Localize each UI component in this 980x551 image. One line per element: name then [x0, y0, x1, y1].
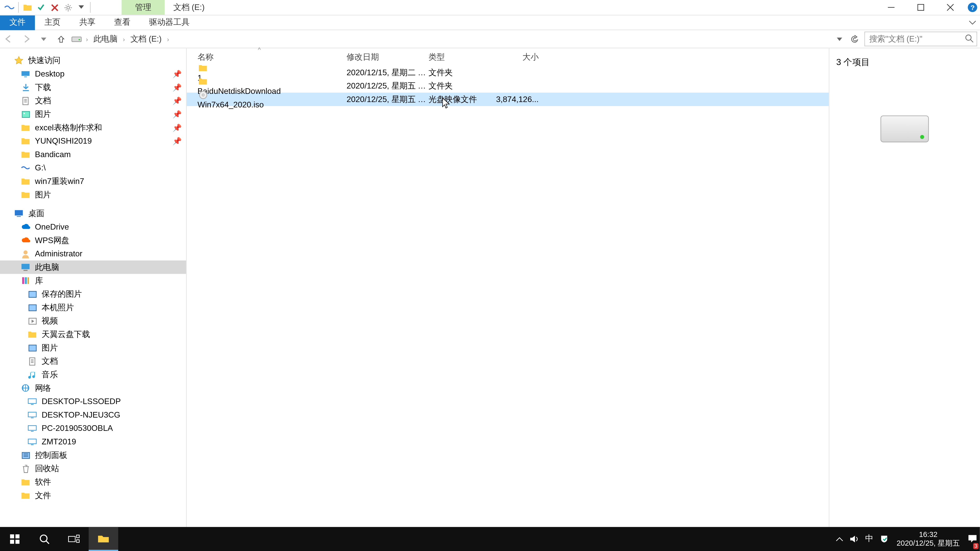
nav-item[interactable]: G:\ [0, 161, 186, 175]
refresh-button[interactable] [847, 32, 862, 46]
taskbar-explorer-button[interactable] [89, 527, 118, 551]
folder-icon [20, 136, 31, 146]
nav-item[interactable]: 视频 [0, 314, 186, 328]
nav-item[interactable]: 下载📌 [0, 81, 186, 94]
quick-access-toolbar [0, 1, 95, 14]
start-button[interactable] [0, 527, 30, 551]
close-button[interactable] [935, 0, 965, 15]
breadcrumb-chevron[interactable]: › [119, 34, 129, 44]
nav-item[interactable]: 保存的图片 [0, 287, 186, 301]
nav-item[interactable]: 图片📌 [0, 107, 186, 121]
nav-history-dropdown[interactable] [35, 30, 52, 48]
search-box[interactable] [864, 32, 977, 46]
nav-item[interactable]: DESKTOP-LSSOEDP [0, 395, 186, 408]
nav-item[interactable]: 此电脑 [0, 260, 186, 274]
action-center-icon[interactable] [965, 527, 980, 551]
nav-label: 文件 [35, 490, 51, 501]
nav-item[interactable]: 回收站 [0, 462, 186, 475]
nav-quick-access[interactable]: 快速访问 [0, 54, 186, 67]
svg-rect-39 [10, 534, 14, 538]
file-row[interactable]: Win7x64_2020.iso2020/12/25, 星期五 1...光盘映像… [187, 93, 829, 106]
nav-item[interactable]: 网络 [0, 381, 186, 395]
nav-item[interactable]: 库 [0, 274, 186, 287]
nav-item[interactable]: 文档 [0, 354, 186, 368]
nav-forward-button[interactable] [18, 30, 35, 48]
search-input[interactable] [865, 34, 977, 44]
netpc-icon [27, 423, 38, 433]
tray-overflow-icon[interactable] [832, 527, 847, 551]
navigation-pane[interactable]: 快速访问 Desktop📌下载📌文档📌图片📌excel表格制作求和📌YUNQIS… [0, 48, 187, 527]
file-list[interactable]: 名称^ 修改日期 类型 大小 12020/12/15, 星期二 1...文件夹B… [187, 48, 829, 527]
file-date: 2020/12/25, 星期五 1... [347, 80, 428, 92]
nav-back-button[interactable] [0, 30, 18, 48]
qat-dropdown-icon[interactable] [75, 1, 88, 14]
qat-folder-icon[interactable] [21, 1, 35, 14]
nav-item[interactable]: 天翼云盘下载 [0, 327, 186, 341]
nav-item[interactable]: 本机照片 [0, 301, 186, 314]
security-icon[interactable] [877, 527, 891, 551]
nav-item[interactable]: 文件 [0, 489, 186, 502]
volume-icon[interactable] [847, 527, 862, 551]
nav-item[interactable]: WPS网盘 [0, 233, 186, 247]
svg-rect-42 [16, 540, 20, 544]
qat-check-icon[interactable] [34, 1, 48, 14]
svg-rect-26 [28, 412, 37, 416]
nav-item[interactable]: YUNQISHI2019📌 [0, 134, 186, 148]
nav-label: DESKTOP-LSSOEDP [41, 397, 121, 406]
netpc-icon [27, 437, 38, 447]
app-icon[interactable] [3, 1, 16, 14]
svg-rect-8 [22, 111, 29, 118]
qat-close-icon[interactable] [48, 1, 61, 14]
nav-item[interactable]: ZMT2019 [0, 435, 186, 448]
nav-item[interactable]: 图片 [0, 188, 186, 202]
search-icon[interactable] [965, 34, 974, 43]
nav-item[interactable]: 文档📌 [0, 94, 186, 107]
ribbon-tab-drive[interactable]: 驱动器工具 [140, 15, 199, 30]
nav-item[interactable]: PC-20190530OBLA [0, 422, 186, 435]
ime-indicator[interactable]: 中 [862, 527, 877, 551]
qat-gear-icon[interactable] [61, 1, 75, 14]
doc-icon [20, 95, 31, 106]
nav-label: 本机照片 [41, 302, 74, 313]
minimize-button[interactable] [877, 0, 906, 15]
breadcrumb-bar[interactable]: › 此电脑 › 文档 (E:) › [70, 33, 832, 44]
column-header-date[interactable]: 修改日期 [347, 51, 428, 63]
shortcut-icon [20, 162, 31, 173]
nav-item[interactable]: Bandicam [0, 148, 186, 161]
column-header-size[interactable]: 大小 [496, 51, 538, 63]
breadcrumb-chevron[interactable]: › [163, 34, 173, 44]
taskbar[interactable]: 中 16:32 2020/12/25, 星期五 [0, 527, 980, 551]
ribbon-tab-view[interactable]: 查看 [105, 15, 140, 30]
breadcrumb-item[interactable]: 文档 (E:) [129, 33, 163, 44]
maximize-button[interactable] [906, 0, 936, 15]
nav-item[interactable]: 图片 [0, 341, 186, 354]
nav-item[interactable]: Desktop📌 [0, 67, 186, 81]
svg-point-9 [23, 113, 24, 114]
task-view-button[interactable] [59, 527, 89, 551]
column-header-name[interactable]: 名称^ [197, 51, 347, 63]
ribbon-tab-share[interactable]: 共享 [70, 15, 105, 30]
breadcrumb-chevron[interactable]: › [82, 34, 92, 44]
ribbon-tab-home[interactable]: 主页 [35, 15, 70, 30]
ribbon-tab-file[interactable]: 文件 [0, 15, 35, 30]
nav-item[interactable]: win7重装win7 [0, 175, 186, 188]
help-button[interactable]: ? [965, 0, 980, 15]
column-header-type[interactable]: 类型 [428, 51, 496, 63]
nav-item[interactable]: OneDrive [0, 220, 186, 233]
nav-item[interactable]: 软件 [0, 475, 186, 489]
search-button[interactable] [30, 527, 59, 551]
taskbar-clock[interactable]: 16:32 2020/12/25, 星期五 [891, 530, 965, 548]
system-tray: 中 16:32 2020/12/25, 星期五 [832, 527, 980, 551]
pic2-icon [27, 342, 38, 353]
nav-item[interactable]: Administrator [0, 247, 186, 260]
nav-up-button[interactable] [52, 30, 70, 48]
breadcrumb-item[interactable]: 此电脑 [92, 33, 119, 44]
ribbon-minimize-icon[interactable] [965, 21, 980, 24]
nav-item[interactable]: 音乐 [0, 368, 186, 381]
address-dropdown-icon[interactable] [832, 32, 847, 46]
nav-item[interactable]: 控制面板 [0, 448, 186, 462]
nav-desktop-root[interactable]: 桌面 [0, 207, 186, 221]
nav-item[interactable]: DESKTOP-NJEU3CG [0, 408, 186, 422]
ribbon-context-tab[interactable]: 管理 [121, 0, 164, 15]
nav-item[interactable]: excel表格制作求和📌 [0, 121, 186, 135]
